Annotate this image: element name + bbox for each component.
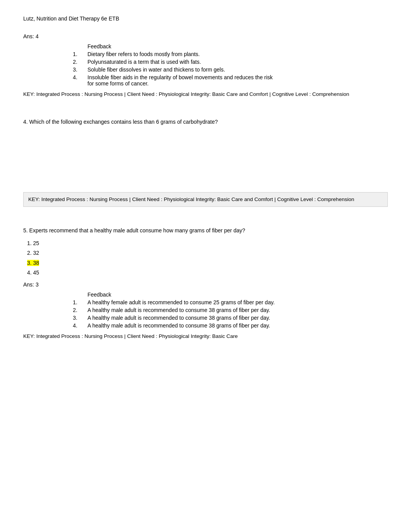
question5-text: 5. Experts recommend that a healthy male…	[23, 226, 388, 235]
question3-section: Ans: 4 Feedback 1. Dietary fiber refers …	[23, 33, 388, 98]
header-title: Lutz, Nutrition and Diet Therapy 6e ETB	[23, 15, 119, 22]
question4-text: 4. Which of the following exchanges cont…	[23, 118, 388, 126]
question4-spacer	[23, 130, 388, 192]
feedback-spacer	[23, 43, 85, 50]
row-num: 3.	[23, 314, 85, 322]
row-text: Polyunsaturated is a term that is used w…	[85, 58, 388, 66]
table-row: 4. A healthy male adult is recommended t…	[23, 322, 388, 329]
row-num: 2.	[23, 306, 85, 314]
question3-key: KEY: Integrated Process : Nursing Proces…	[23, 90, 388, 98]
table-row: 1. Dietary fiber refers to foods mostly …	[23, 50, 388, 58]
row-text: A healthy male adult is recommended to c…	[85, 322, 388, 329]
row-num: 1.	[23, 50, 85, 58]
question4-key-box: KEY: Integrated Process : Nursing Proces…	[23, 192, 388, 207]
feedback-label: Feedback	[85, 291, 388, 298]
row-text: A healthy male adult is recommended to c…	[85, 314, 388, 322]
page-header: Lutz, Nutrition and Diet Therapy 6e ETB	[23, 15, 388, 22]
list-item: 2. 32	[27, 248, 388, 258]
row-num: 3.	[23, 66, 85, 73]
question5-key: KEY: Integrated Process : Nursing Proces…	[23, 332, 388, 340]
row-text: A healthy male adult is recommended to c…	[85, 306, 388, 314]
feedback-label: Feedback	[85, 43, 388, 50]
question3-feedback-table: Feedback 1. Dietary fiber refers to food…	[23, 43, 388, 87]
row-num: 4.	[23, 322, 85, 329]
row-text: Soluble fiber dissolves in water and thi…	[85, 66, 388, 73]
list-item: 3. 38	[27, 258, 388, 268]
row-text: A healthy female adult is recommended to…	[85, 298, 388, 306]
question5-feedback-table: Feedback 1. A healthy female adult is re…	[23, 291, 388, 329]
table-row: 4. Insoluble fiber aids in the regularit…	[23, 73, 388, 87]
table-row: 3. A healthy male adult is recommended t…	[23, 314, 388, 322]
list-item: 1. 25	[27, 239, 388, 248]
table-row: 1. A healthy female adult is recommended…	[23, 298, 388, 306]
question3-ans: Ans: 4	[23, 33, 388, 39]
row-num: 2.	[23, 58, 85, 66]
table-row: 2. Polyunsaturated is a term that is use…	[23, 58, 388, 66]
row-num: 4.	[23, 73, 85, 87]
question5-ans: Ans: 3	[23, 281, 388, 288]
feedback-header-row: Feedback	[23, 43, 388, 50]
feedback-spacer	[23, 291, 85, 298]
table-row: 2. A healthy male adult is recommended t…	[23, 306, 388, 314]
feedback-header-row: Feedback	[23, 291, 388, 298]
question5-options: 1. 25 2. 32 3. 38 4. 45	[27, 239, 388, 278]
row-text: Dietary fiber refers to foods mostly fro…	[85, 50, 388, 58]
question4-section: 4. Which of the following exchanges cont…	[23, 118, 388, 207]
list-item: 4. 45	[27, 268, 388, 278]
row-num: 1.	[23, 298, 85, 306]
table-row: 3. Soluble fiber dissolves in water and …	[23, 66, 388, 73]
question5-section: 5. Experts recommend that a healthy male…	[23, 226, 388, 340]
row-text: Insoluble fiber aids in the regularity o…	[85, 73, 388, 87]
